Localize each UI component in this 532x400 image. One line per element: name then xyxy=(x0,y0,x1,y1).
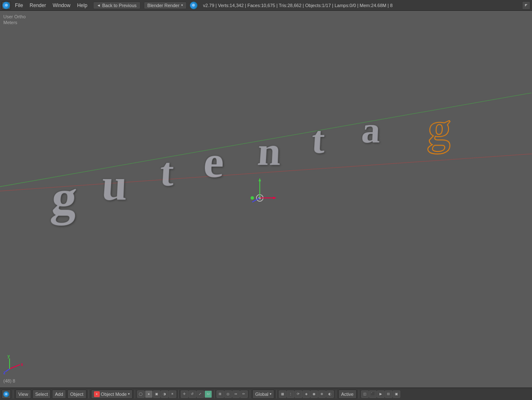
viewport-label-projection: User Ortho xyxy=(3,14,26,19)
extra-icons: ⊞ ◎ ⇔ ✏ xyxy=(217,390,248,398)
particle-icon[interactable]: ⋮ xyxy=(287,390,294,398)
object-menu-btn[interactable]: Object xyxy=(67,390,86,399)
bottom-blender-icon: ⊙ xyxy=(3,391,9,397)
sep-7 xyxy=(276,390,277,398)
mirror-icon[interactable]: ⇔ xyxy=(232,390,240,398)
back-btn-label: Back to Previous xyxy=(102,3,137,8)
rotate-icon[interactable]: ↺ xyxy=(189,390,196,398)
scale-icon[interactable]: ⤢ xyxy=(197,390,204,398)
render-icon-3[interactable]: ▶ xyxy=(377,390,384,398)
frame-counter: (48) 8 xyxy=(3,378,15,383)
add-menu-btn[interactable]: Add xyxy=(52,390,66,399)
mode-label: Object Mode xyxy=(101,392,127,397)
bottom-toolbar: ⊙ View Select Add Object ● Object Mode ▾… xyxy=(0,388,532,400)
proportional-icon[interactable]: ◎ xyxy=(224,390,232,398)
sep-3 xyxy=(135,390,135,398)
text-object-e: e xyxy=(202,138,225,189)
blender-icon: ⊙ xyxy=(2,2,10,9)
text-object-g1: g xyxy=(49,171,79,227)
sep-8 xyxy=(336,390,336,398)
render-icon-5[interactable]: ▣ xyxy=(393,390,400,398)
mode-dropdown-btn[interactable]: ● Object Mode ▾ xyxy=(91,390,133,399)
shading-icons: ◯ ● ▣ ◑ ☀ xyxy=(137,390,176,398)
solid-icon[interactable]: ● xyxy=(145,390,153,398)
right-icons: ▦ ⋮ ⟳ ◈ ◉ ⊗ ◐ xyxy=(279,390,334,398)
render-icon-4[interactable]: ⊟ xyxy=(385,390,392,398)
back-arrow-icon: ◄ xyxy=(97,3,101,7)
sep-4 xyxy=(178,390,179,398)
transform-space-dropdown-icon: ▾ xyxy=(270,392,271,396)
snap-icon[interactable]: ⊞ xyxy=(217,390,224,398)
svg-marker-3 xyxy=(273,197,276,199)
weight-icon[interactable]: ⊗ xyxy=(318,390,326,398)
text-object-t2: t xyxy=(310,119,325,163)
active-object-label: Active xyxy=(338,390,357,399)
bottom-blender-icon-btn[interactable]: ⊙ xyxy=(2,390,11,399)
select-menu-btn[interactable]: Select xyxy=(32,390,51,399)
menu-file[interactable]: File xyxy=(12,2,25,9)
render-icon-1[interactable]: ◫ xyxy=(361,390,369,398)
translate-icon[interactable]: ✛ xyxy=(181,390,188,398)
texture-icon[interactable]: ▣ xyxy=(153,390,160,398)
transform-space-btn[interactable]: Global ▾ xyxy=(252,390,274,399)
render-engine-dropdown[interactable]: Blender Render ▾ xyxy=(144,2,187,9)
svg-marker-5 xyxy=(259,178,261,181)
svg-line-8 xyxy=(10,365,20,369)
blender-version-icon: ⊙ xyxy=(190,2,197,9)
viewport-stats: v2.79 | Verts:14,342 | Faces:10,675 | Tr… xyxy=(203,3,393,8)
3d-viewport: User Ortho Meters g u t e n t a g x xyxy=(0,11,532,388)
menu-help[interactable]: Help xyxy=(74,2,90,9)
view-label: View xyxy=(18,392,28,397)
wireframe-icon[interactable]: ◯ xyxy=(137,390,145,398)
nav-icons: ✛ ↺ ⤢ M xyxy=(181,390,212,398)
view-menu-btn[interactable]: View xyxy=(15,390,31,399)
transform-manipulator[interactable] xyxy=(243,177,276,210)
text-object-active-g: g xyxy=(426,104,452,156)
object-label: Object xyxy=(70,392,84,397)
svg-point-7 xyxy=(251,196,254,200)
top-menu-bar: ⊙ File Render Window Help ◄ Back to Prev… xyxy=(0,0,532,11)
add-label: Add xyxy=(55,392,63,397)
viewport-label-units: Meters xyxy=(3,20,17,25)
manipulator-toggle[interactable]: M xyxy=(204,390,212,398)
svg-text:y: y xyxy=(7,354,10,358)
physics-icon[interactable]: ⟳ xyxy=(295,390,302,398)
svg-text:z: z xyxy=(3,370,5,375)
rendered-icon[interactable]: ☀ xyxy=(169,390,176,398)
vertex-paint-icon[interactable]: ◐ xyxy=(326,390,334,398)
transform-space-label: Global xyxy=(255,392,268,397)
render-engine-dropdown-icon: ▾ xyxy=(181,3,183,7)
sep-1 xyxy=(13,390,13,398)
sep-9 xyxy=(359,390,359,398)
text-object-n: n xyxy=(256,129,282,175)
back-to-previous-btn[interactable]: ◄ Back to Previous xyxy=(93,2,140,9)
select-label: Select xyxy=(35,392,48,397)
mode-dropdown-icon: ▾ xyxy=(128,392,130,396)
active-label-text: Active xyxy=(341,392,354,397)
sep-6 xyxy=(250,390,250,398)
screen-corner-btn[interactable]: ◤ xyxy=(522,1,530,10)
text-object-t: t xyxy=(158,150,175,196)
material-icon[interactable]: ◑ xyxy=(161,390,168,398)
text-object-u: u xyxy=(100,160,128,212)
render-view-icon[interactable]: ◈ xyxy=(303,390,310,398)
blender-logo-btn[interactable]: ⊙ xyxy=(2,1,11,10)
text-object-a: a xyxy=(360,110,381,151)
viewport-axes-display: x y z xyxy=(3,354,24,375)
grease-pencil-icon[interactable]: ✏ xyxy=(240,390,248,398)
sep-2 xyxy=(89,390,89,398)
sculpt-icon[interactable]: ◉ xyxy=(310,390,318,398)
render-engine-label: Blender Render xyxy=(148,3,180,8)
svg-text:x: x xyxy=(21,362,23,367)
svg-line-12 xyxy=(5,369,10,372)
layer-icon[interactable]: ▦ xyxy=(279,390,286,398)
mode-icon: ● xyxy=(94,391,100,397)
menu-render[interactable]: Render xyxy=(27,2,48,9)
render-icons: ◫ ⬛ ▶ ⊟ ▣ xyxy=(361,390,400,398)
menu-window[interactable]: Window xyxy=(50,2,73,9)
render-icon-2[interactable]: ⬛ xyxy=(369,390,377,398)
sep-5 xyxy=(214,390,214,398)
